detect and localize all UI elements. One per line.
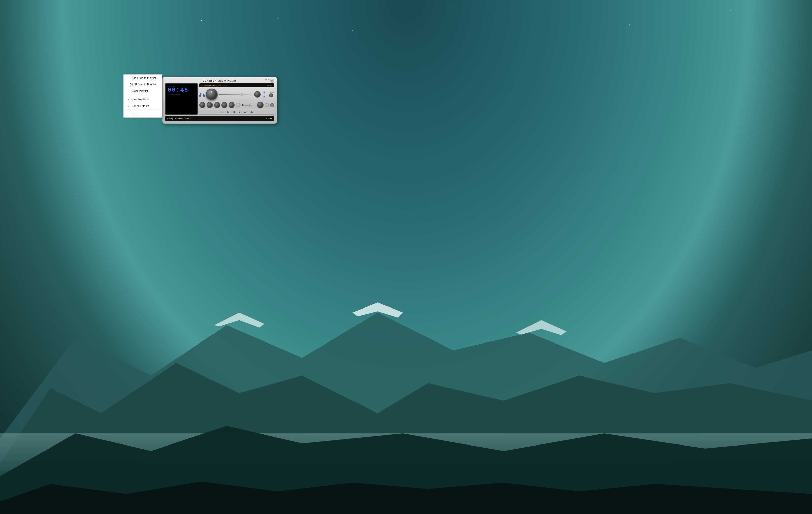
led-blue-1 bbox=[264, 92, 265, 93]
display-screen: Playing 00:46 No Repeat, No Shuffle bbox=[165, 83, 198, 115]
side-controls bbox=[262, 92, 267, 97]
round-btn-1[interactable] bbox=[236, 103, 240, 107]
stop-button[interactable]: ■ bbox=[239, 111, 241, 114]
round-btn-2[interactable] bbox=[265, 103, 269, 107]
jukebox-player: JukeBox Music Player ⏻ Playing 00:46 No … bbox=[163, 77, 277, 124]
line-ctrl-1 bbox=[262, 94, 267, 94]
knob-4[interactable] bbox=[221, 102, 227, 108]
dot-1 bbox=[265, 79, 266, 80]
eject-button[interactable]: ⏏ bbox=[250, 110, 253, 114]
volume-slider-track bbox=[245, 105, 256, 106]
player-main-body: Playing 00:46 No Repeat, No Shuffle I'm … bbox=[165, 83, 274, 115]
volume-slider-thumb[interactable] bbox=[249, 104, 251, 106]
eject-btn[interactable] bbox=[270, 103, 274, 107]
player-title-rest: Music Player bbox=[216, 79, 236, 82]
knob-1[interactable] bbox=[199, 102, 205, 108]
knob-2[interactable] bbox=[207, 102, 213, 108]
phones-section: PHONES bbox=[268, 91, 274, 97]
treble-knob[interactable] bbox=[254, 91, 261, 98]
track-info-bar: I'm missing you - Case official 03:47 bbox=[199, 83, 274, 87]
phones-label: PHONES bbox=[268, 91, 274, 93]
playlist-track-name: Stalley - Fountain Of Youth bbox=[167, 117, 191, 120]
mountain-background bbox=[0, 287, 812, 514]
context-menu: Add Files to Playlist... Add Folder to P… bbox=[123, 74, 163, 118]
menu-clear-playlist[interactable]: Clear Playlist bbox=[124, 88, 162, 94]
check-sound-effects: ✓ bbox=[128, 105, 130, 107]
svg-marker-3 bbox=[516, 320, 567, 335]
display-mode: No Repeat, No Shuffle bbox=[168, 94, 195, 95]
dot-ctrl bbox=[242, 104, 244, 106]
next-button[interactable]: ⏭ bbox=[244, 111, 247, 114]
playlist-track-duration: 03:30 bbox=[266, 117, 272, 120]
playlist-bar: Stalley - Fountain Of Youth 03:30 bbox=[165, 116, 274, 121]
eq-bar-1 bbox=[199, 95, 200, 97]
led-row-2 bbox=[264, 96, 265, 97]
display-time: 00:46 bbox=[168, 87, 195, 93]
led-row-1 bbox=[264, 92, 265, 93]
menu-exit[interactable]: Exit bbox=[124, 111, 162, 117]
transport-controls: ⏮ ▶ ⏸ ■ ⏭ ⏏ bbox=[199, 109, 274, 115]
led-blue-2 bbox=[264, 96, 265, 97]
volume-knob[interactable] bbox=[206, 89, 218, 100]
eq-bar-3 bbox=[201, 94, 201, 97]
current-track-name: I'm missing you - Case official bbox=[201, 84, 227, 86]
menu-add-folder[interactable]: Add Folder to Playlist... bbox=[124, 81, 162, 88]
eq-bar-6 bbox=[204, 95, 205, 97]
knob-indicator bbox=[211, 91, 212, 93]
eq-bars-right bbox=[203, 92, 205, 97]
svg-marker-2 bbox=[214, 313, 264, 327]
line-ctrl-2 bbox=[262, 95, 267, 95]
headphone-jack[interactable] bbox=[269, 93, 273, 97]
player-title-bar: JukeBox Music Player ⏻ bbox=[165, 79, 274, 82]
prev-button[interactable]: ⏮ bbox=[221, 111, 224, 114]
balance-slider-track bbox=[219, 94, 253, 95]
window-dots bbox=[265, 79, 269, 80]
power-button[interactable]: ⏻ bbox=[270, 79, 274, 83]
player-right-section: I'm missing you - Case official 03:47 bbox=[199, 83, 274, 115]
check-stay-top: ✓ bbox=[128, 98, 130, 101]
eq-bar-5 bbox=[203, 94, 204, 97]
eq-bar-4 bbox=[202, 93, 202, 97]
balance-slider-thumb[interactable] bbox=[241, 93, 242, 96]
bottom-knobs-row bbox=[199, 102, 274, 108]
player-brand: JukeBox bbox=[203, 79, 216, 82]
dot-2 bbox=[266, 79, 267, 80]
menu-add-files[interactable]: Add Files to Playlist... bbox=[124, 75, 162, 81]
eq-bar-2 bbox=[200, 93, 201, 97]
knob-6[interactable] bbox=[257, 102, 264, 108]
play-button[interactable]: ▶ bbox=[227, 110, 229, 114]
pause-button[interactable]: ⏸ bbox=[233, 111, 235, 114]
menu-sound-effects[interactable]: ✓ Sound Effects bbox=[124, 103, 162, 109]
controls-area: PHONES bbox=[199, 88, 274, 101]
dot-3 bbox=[268, 79, 269, 80]
eq-bars-left bbox=[199, 92, 202, 97]
knob-5[interactable] bbox=[229, 102, 235, 108]
current-track-duration: 03:47 bbox=[267, 84, 273, 86]
knob-3[interactable] bbox=[214, 102, 220, 108]
menu-stay-top[interactable]: ✓ Stay Top Most bbox=[124, 96, 162, 103]
